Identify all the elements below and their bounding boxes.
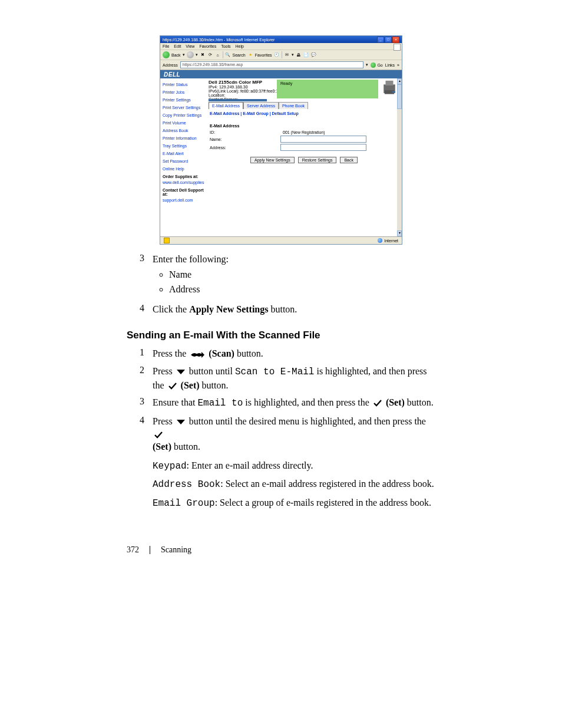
step-mono: Scan to E-Mail (235, 367, 314, 377)
step-text: Ensure that (153, 397, 197, 407)
stop-icon[interactable]: ✖ (200, 52, 206, 58)
step-bold: (Scan) (209, 348, 234, 358)
page-footer: 372 Scanning (127, 545, 435, 555)
menu-file[interactable]: File (163, 44, 169, 48)
address-label: Address (163, 63, 178, 67)
vertical-scrollbar[interactable]: ▴ ▾ (397, 78, 402, 236)
restore-settings-button[interactable]: Restore Settings (298, 157, 337, 163)
menubar: File Edit View Favorites Tools Help (160, 43, 402, 50)
links-button[interactable]: Links (385, 63, 395, 67)
sidebar-item-printer-information[interactable]: Printer Information (163, 134, 204, 142)
step-mono: Email to (197, 398, 243, 409)
step-text: Press (153, 366, 175, 376)
mail-icon[interactable]: ✉ (284, 52, 290, 58)
address-bar: Address https://129.249.188.30/frame.asp… (160, 60, 402, 70)
sidebar: Printer Status Printer Jobs Printer Sett… (160, 78, 206, 236)
down-arrow-icon (176, 419, 186, 426)
menu-help[interactable]: Help (236, 44, 244, 48)
option-text: : Enter an e-mail address directly. (187, 460, 313, 470)
sidebar-item-set-password[interactable]: Set Password (163, 157, 204, 165)
step-number: 1 (127, 347, 153, 360)
scroll-thumb[interactable] (397, 84, 402, 109)
footer-divider (150, 546, 150, 554)
status-icon (164, 238, 170, 243)
close-icon[interactable]: × (392, 37, 399, 43)
back-icon[interactable] (163, 51, 170, 58)
bullet-item: Address (169, 283, 435, 296)
order-supplies-label: Order Supplies at: (163, 173, 204, 179)
contact-support-link[interactable]: support.dell.com (163, 196, 204, 204)
step-text: button until (189, 366, 235, 376)
breadcrumb[interactable]: E-Mail Address | E-Mail Group | Default … (206, 109, 402, 118)
sidebar-item-print-server-settings[interactable]: Print Server Settings (163, 104, 204, 111)
step-text: button. (234, 348, 263, 358)
sidebar-item-online-help[interactable]: Online Help (163, 165, 204, 173)
step-text: button until the desired menu is highlig… (189, 416, 426, 426)
printer-ipv6: IPv6(Link Local): fe80::a00:37ff:fee0:1a… (209, 89, 273, 93)
scroll-up-icon[interactable]: ▴ (397, 78, 402, 84)
sidebar-item-address-book[interactable]: Address Book (163, 127, 204, 134)
name-input[interactable] (280, 136, 366, 143)
address-input[interactable] (280, 144, 366, 151)
sidebar-item-copy-printer-settings[interactable]: Copy Printer Settings (163, 111, 204, 119)
contact-support-label: Contact Dell Support at: (163, 186, 204, 196)
scroll-down-icon[interactable]: ▾ (397, 230, 402, 236)
form-title: E-Mail Address (210, 124, 398, 128)
print-icon[interactable]: 🖶 (296, 52, 302, 58)
menu-favorites[interactable]: Favorites (199, 44, 216, 48)
address-input[interactable]: https://129.249.188.30/frame.asp (180, 61, 364, 68)
check-icon (168, 382, 177, 390)
search-button[interactable]: Search (233, 53, 246, 57)
search-icon[interactable]: 🔍 (225, 52, 231, 58)
internet-icon (378, 238, 382, 243)
maximize-icon[interactable]: □ (385, 37, 392, 43)
step-number: 2 (127, 365, 153, 391)
step-text: button. (405, 397, 434, 407)
sidebar-item-email-alert[interactable]: E-Mail Alert (163, 150, 204, 157)
tab-server-address[interactable]: Server Address (243, 102, 279, 109)
forward-icon[interactable] (187, 51, 194, 58)
history-icon[interactable]: 🕘 (274, 52, 280, 58)
sidebar-item-printer-status[interactable]: Printer Status (163, 81, 204, 88)
back-button[interactable]: Back (171, 53, 181, 57)
step-text: Click the (153, 304, 189, 314)
back-button[interactable]: Back (340, 157, 358, 163)
favorites-icon[interactable]: ★ (247, 52, 253, 58)
step-bold: (Set) (153, 442, 171, 452)
menu-tools[interactable]: Tools (221, 44, 230, 48)
option-text: : Select an e-mail address registered in… (220, 479, 434, 489)
sidebar-item-printer-settings[interactable]: Printer Settings (163, 96, 204, 104)
browser-toolbar: Back ▾ ▾ ✖ ⟳ ⌂ 🔍 Search ★ Favorites 🕘 ✉ … (160, 50, 402, 60)
favorites-button[interactable]: Favorites (255, 53, 272, 57)
sidebar-item-print-volume[interactable]: Print Volume (163, 119, 204, 127)
tab-phone-book[interactable]: Phone Book (279, 102, 308, 109)
check-icon (154, 431, 163, 439)
printer-model: Dell 2155cdn Color MFP (209, 80, 273, 85)
refresh-icon[interactable]: ⟳ (207, 52, 213, 58)
option-mono: Email Group (153, 498, 215, 509)
apply-new-settings-button[interactable]: Apply New Settings (250, 157, 295, 163)
check-icon (373, 399, 382, 407)
menu-edit[interactable]: Edit (174, 44, 181, 48)
edit-icon[interactable]: 📄 (303, 52, 309, 58)
order-supplies-link[interactable]: www.dell.com/supplies (163, 179, 204, 186)
tab-email-address[interactable]: E-Mail Address (209, 102, 243, 109)
printer-info: Dell 2155cdn Color MFP IPv4: 129.249.188… (206, 78, 276, 100)
go-icon[interactable] (371, 62, 376, 68)
step-text: Press the (153, 348, 189, 358)
home-icon[interactable]: ⌂ (215, 52, 221, 58)
footer-section: Scanning (161, 545, 191, 555)
sidebar-item-tray-settings[interactable]: Tray Settings (163, 142, 204, 150)
menu-view[interactable]: View (186, 44, 194, 48)
step-number: 4 (127, 303, 153, 316)
discuss-icon[interactable]: 💬 (311, 52, 317, 58)
main-panel: Dell 2155cdn Color MFP IPv4: 129.249.188… (206, 78, 402, 236)
go-button[interactable]: Go (377, 63, 382, 67)
sidebar-item-printer-jobs[interactable]: Printer Jobs (163, 88, 204, 96)
ie-logo-icon (394, 44, 401, 51)
brand-bar: DELL (160, 70, 402, 78)
minimize-icon[interactable]: _ (377, 37, 384, 43)
down-arrow-icon (176, 368, 186, 375)
window-titlebar: https://129.249.188.30/index.htm - Micro… (160, 36, 402, 43)
id-label: ID: (210, 130, 251, 134)
